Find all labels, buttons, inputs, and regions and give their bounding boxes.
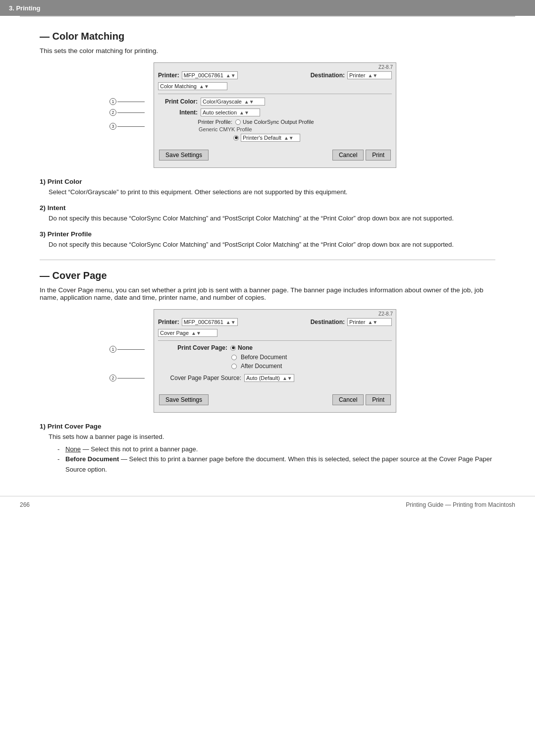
intent-container: 2 Intent: Auto selection ▲▼ bbox=[154, 107, 396, 118]
cover-page-section: — Cover Page In the Cover Page menu, you… bbox=[40, 270, 495, 475]
cover-page-dialog-area: Z2-8.7 Printer: MFP_00C67861 ▲▼ Destinat… bbox=[129, 309, 406, 413]
print-color-row: Print Color: Color/Grayscale ▲▼ bbox=[154, 96, 396, 107]
print-cover-desc-text: This sets how a banner page is inserted. bbox=[49, 432, 495, 442]
use-colorsync-radio[interactable] bbox=[235, 119, 241, 125]
print-button-1[interactable]: Print bbox=[366, 150, 391, 161]
cover-printer-row: Printer: MFP_00C67861 ▲▼ Destination: Pr… bbox=[154, 317, 396, 327]
intent-select[interactable]: Auto selection ▲▼ bbox=[201, 108, 260, 116]
page-number: 266 bbox=[20, 501, 30, 508]
cover-callout-2: 2 bbox=[109, 375, 145, 381]
color-matching-section: — Color Matching This sets the color mat… bbox=[40, 31, 495, 250]
cover-save-settings-button[interactable]: Save Settings bbox=[159, 394, 209, 405]
print-color-desc-text: Select “Color/Grayscale” to print to thi… bbox=[49, 187, 495, 197]
dialog-sep-1 bbox=[158, 94, 392, 94]
printer-profile-container: 3 Printer Profile: Use ColorSync Output … bbox=[154, 118, 396, 143]
print-color-container: 1 Print Color: Color/Grayscale ▲▼ bbox=[154, 96, 396, 107]
before-doc-text: Before Document bbox=[65, 455, 119, 463]
before-doc-after: — Select this to print a banner page bef… bbox=[65, 455, 492, 473]
cover-printer-label: Printer: bbox=[158, 319, 179, 325]
dialog-version: Z2-8.7 bbox=[154, 63, 396, 70]
callout-line-1 bbox=[117, 102, 145, 102]
none-radio[interactable] bbox=[230, 345, 236, 351]
cover-destination-select[interactable]: Printer ▲▼ bbox=[347, 318, 392, 326]
print-cover-bullets: None — Select this not to print a banner… bbox=[57, 444, 495, 475]
print-cover-container: 1 Print Cover Page: None Before Document bbox=[154, 343, 396, 370]
print-cover-desc: 1) Print Cover Page This sets how a bann… bbox=[40, 423, 495, 475]
printer-profile-desc-text: Do not specify this because “ColorSync C… bbox=[49, 240, 495, 250]
cover-section-select[interactable]: Cover Page ▲▼ bbox=[158, 329, 217, 337]
print-cover-desc-title: 1) Print Cover Page bbox=[40, 423, 495, 430]
callout-circle-2: 2 bbox=[109, 109, 116, 116]
print-color-select[interactable]: Color/Grayscale ▲▼ bbox=[201, 98, 265, 106]
cover-callout-circle-2: 2 bbox=[109, 375, 116, 381]
paper-source-arrow: ▲▼ bbox=[282, 376, 292, 381]
printers-default-radio[interactable] bbox=[233, 135, 239, 141]
printer-profile-num: 3) bbox=[40, 230, 48, 238]
cover-page-title: — Cover Page bbox=[40, 270, 495, 281]
cover-section-row: Cover Page ▲▼ bbox=[154, 327, 396, 338]
cover-page-desc: In the Cover Page menu, you can set whet… bbox=[40, 286, 495, 301]
section-divider bbox=[40, 260, 495, 260]
printer-profile-label: Printer Profile: bbox=[158, 119, 232, 125]
save-settings-button[interactable]: Save Settings bbox=[159, 150, 209, 161]
cover-printer-arrow: ▲▼ bbox=[226, 320, 236, 325]
printers-default-row: Printer's Default ▲▼ bbox=[154, 133, 396, 143]
dialog-btn-group-1: Cancel Print bbox=[332, 150, 391, 161]
cover-callout-line-2 bbox=[117, 378, 145, 378]
callout-circle-3: 3 bbox=[109, 123, 116, 130]
color-matching-dialog: Z2-8.7 Printer: MFP_00C67861 ▲▼ Destinat… bbox=[154, 62, 396, 168]
printer-select[interactable]: MFP_00C67861 ▲▼ bbox=[182, 71, 238, 79]
paper-source-container: 2 Cover Page Paper Source: Auto (Default… bbox=[154, 373, 396, 383]
destination-arrow: ▲▼ bbox=[368, 73, 377, 78]
color-matching-dropdown-row: Color Matching ▲▼ bbox=[154, 81, 396, 92]
none-after: — Select this not to print a banner page… bbox=[81, 445, 198, 453]
cover-cancel-button[interactable]: Cancel bbox=[332, 394, 364, 405]
printer-arrow: ▲▼ bbox=[226, 73, 236, 78]
intent-num: 2) bbox=[40, 204, 48, 212]
cover-callout-line-1 bbox=[117, 349, 145, 350]
before-doc-radio[interactable] bbox=[231, 355, 237, 360]
callout-line-2 bbox=[117, 112, 145, 113]
printer-label: Printer: bbox=[158, 72, 179, 79]
cover-callout-1: 1 bbox=[109, 346, 145, 353]
printers-default-select[interactable]: Printer's Default ▲▼ bbox=[241, 134, 300, 142]
before-doc-label: Before Document bbox=[241, 354, 287, 361]
color-matching-title: — Color Matching bbox=[40, 31, 495, 42]
paper-source-select[interactable]: Auto (Default) ▲▼ bbox=[244, 374, 294, 382]
color-matching-select[interactable]: Color Matching ▲▼ bbox=[158, 82, 227, 90]
intent-desc: 2) Intent Do not specify this because “C… bbox=[40, 204, 495, 223]
printer-profile-desc-title: 3) Printer Profile bbox=[40, 230, 495, 238]
cover-dialog-wrapper: Z2-8.7 Printer: MFP_00C67861 ▲▼ Destinat… bbox=[129, 309, 406, 413]
cover-printer-select[interactable]: MFP_00C67861 ▲▼ bbox=[182, 318, 238, 326]
header-label: 3. Printing bbox=[9, 4, 41, 12]
print-color-arrow: ▲▼ bbox=[244, 99, 254, 105]
intent-arrow: ▲▼ bbox=[239, 110, 249, 115]
print-cover-label-row: Print Cover Page: None bbox=[154, 343, 396, 353]
after-doc-radio[interactable] bbox=[231, 364, 237, 369]
cover-destination-label: Destination: bbox=[311, 319, 345, 325]
callout-3: 3 bbox=[109, 123, 145, 130]
cover-sep-1 bbox=[158, 340, 392, 341]
bullet-before-doc: Before Document — Select this to print a… bbox=[57, 454, 495, 475]
after-doc-row: After Document bbox=[154, 361, 396, 370]
intent-desc-title: 2) Intent bbox=[40, 204, 495, 212]
intent-label: Intent: bbox=[158, 109, 198, 116]
print-color-desc-title: 1) Print Color bbox=[40, 178, 495, 185]
dialog-footer-1: Save Settings Cancel Print bbox=[154, 146, 396, 162]
color-matching-arrow: ▲▼ bbox=[199, 84, 209, 89]
cover-destination-arrow: ▲▼ bbox=[368, 320, 377, 325]
dialog-printer-row: Printer: MFP_00C67861 ▲▼ Destination: Pr… bbox=[154, 70, 396, 81]
before-doc-row: Before Document bbox=[154, 353, 396, 361]
print-color-label: Print Color: bbox=[158, 98, 198, 105]
cancel-button-1[interactable]: Cancel bbox=[332, 150, 364, 161]
callout-line-3 bbox=[117, 126, 145, 127]
cover-print-button[interactable]: Print bbox=[366, 394, 391, 405]
printer-profile-desc: 3) Printer Profile Do not specify this b… bbox=[40, 230, 495, 250]
printer-profile-row: Printer Profile: Use ColorSync Output Pr… bbox=[154, 118, 396, 126]
cover-callout-circle-1: 1 bbox=[109, 346, 116, 353]
bullet-none: None — Select this not to print a banner… bbox=[57, 444, 495, 455]
intent-desc-text: Do not specify this because “ColorSync C… bbox=[49, 214, 495, 223]
none-label: None bbox=[238, 344, 253, 351]
generic-cmyk-row: Generic CMYK Profile bbox=[154, 126, 396, 133]
destination-select[interactable]: Printer ▲▼ bbox=[347, 71, 392, 79]
